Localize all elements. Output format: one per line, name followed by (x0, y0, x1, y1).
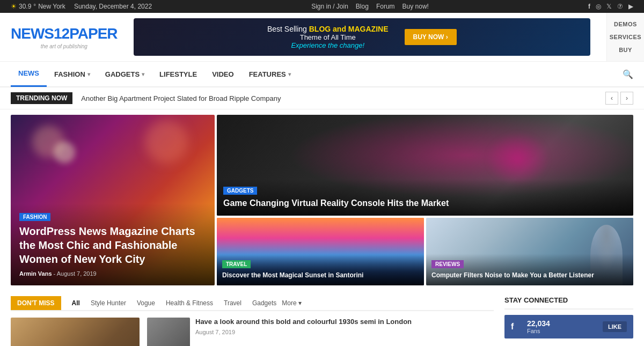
nav-gadgets-label: GADGETS (105, 70, 140, 78)
computer-title: Computer Filters Noise to Make You a Bet… (431, 271, 628, 280)
logo-news: NEWS (11, 25, 54, 42)
nav-features-label: FEATURES (249, 70, 286, 78)
buy-menu-item[interactable]: BUY (619, 47, 632, 53)
nav-video-label: VIDEO (212, 70, 233, 78)
instagram-top-icon[interactable]: ◎ (596, 3, 601, 10)
nav-fashion-arrow: ▾ (87, 71, 90, 77)
temp-unit: ° (33, 3, 36, 10)
main-content-grid: FASHION WordPress News Magazine Charts t… (0, 109, 644, 291)
santorini-title: Discover the Most Magical Sunset in Sant… (222, 271, 419, 280)
vr-card[interactable]: GADGETS Game Changing Virtual Reality Co… (217, 115, 633, 216)
computer-card[interactable]: REVIEWS Computer Filters Noise to Make Y… (426, 218, 633, 285)
nav-news[interactable]: NEWS (11, 61, 47, 87)
trending-next-button[interactable]: › (620, 92, 633, 105)
vr-title: Game Changing Virtual Reality Console Hi… (223, 198, 627, 209)
featured-date: August 7, 2019 (57, 270, 97, 277)
facebook-label: Fans (527, 328, 597, 334)
twitter-top-icon[interactable]: 𝕏 (606, 3, 612, 10)
tab-all[interactable]: All (67, 296, 85, 310)
city: New York (38, 3, 65, 10)
weather-widget: ☀ 30.9 ° New York (11, 3, 65, 10)
dm-meta-london: August 7, 2019 (195, 329, 412, 335)
services-menu-item[interactable]: SERVICES (610, 34, 641, 40)
dont-miss-grid: Have a look around this bold and colourf… (11, 318, 494, 346)
featured-author: Armin Vans (19, 270, 52, 277)
dm-article-london[interactable]: Have a look around this bold and colourf… (147, 318, 412, 346)
logo-paper: PAPER (69, 25, 117, 42)
featured-category: FASHION (19, 213, 50, 221)
tab-vogue[interactable]: Vogue (131, 296, 160, 310)
ad-buy-button[interactable]: BUY NOW › (405, 29, 457, 45)
tab-gadgets[interactable]: Gadgets (247, 296, 282, 310)
search-button[interactable]: 🔍 (623, 69, 633, 79)
facebook-icon: f (511, 322, 522, 332)
dm-thumb-london (147, 318, 190, 346)
facebook-info: 22,034 Fans (527, 319, 597, 334)
buynow-link[interactable]: Buy now! (402, 3, 429, 10)
computer-overlay: REVIEWS Computer Filters Noise to Make Y… (426, 254, 633, 285)
ad-banner[interactable]: Best Selling BLOG and MAGAZINE Theme of … (134, 18, 590, 56)
chevron-down-icon: ▾ (298, 299, 302, 307)
tab-health-fitness[interactable]: Health & Fitness (160, 296, 218, 310)
dont-miss-label: DON'T MISS (11, 296, 61, 310)
santorini-card[interactable]: TRAVEL Discover the Most Magical Sunset … (217, 218, 424, 285)
side-menu: DEMOS SERVICES BUY (606, 13, 644, 61)
blog-link[interactable]: Blog (356, 3, 369, 10)
featured-large-card[interactable]: FASHION WordPress News Magazine Charts t… (11, 115, 215, 285)
stay-connected-section: STAY CONNECTED f 22,034 Fans LIKE t 5,41… (504, 296, 633, 346)
santorini-overlay: TRAVEL Discover the Most Magical Sunset … (217, 254, 424, 285)
social-icons-top: f ◎ 𝕏 ⑦ ▶ (588, 3, 633, 10)
signin-link[interactable]: Sign in / Join (311, 3, 348, 10)
featured-title: WordPress News Magazine Charts the Most … (19, 224, 206, 266)
ad-line3: Experience the change! (267, 41, 389, 49)
tab-style-hunter[interactable]: Style Hunter (85, 296, 131, 310)
computer-category: REVIEWS (431, 260, 464, 268)
forum-link[interactable]: Forum (376, 3, 395, 10)
nav-fashion[interactable]: FASHION ▾ (47, 61, 98, 87)
facebook-count: 22,034 (527, 319, 597, 328)
dm-large-image[interactable] (11, 318, 140, 346)
top-bar-left: ☀ 30.9 ° New York Sunday, December 4, 20… (11, 3, 152, 10)
trending-text: Another Big Apartment Project Slated for… (81, 94, 597, 102)
vimeo-top-icon[interactable]: ⑦ (617, 3, 623, 10)
demos-menu-item[interactable]: DEMOS (614, 21, 637, 27)
logo-tagline: the art of publishing (11, 43, 118, 49)
trending-nav: ‹ › (605, 92, 633, 105)
ad-line1: Best Selling BLOG and MAGAZINE (267, 25, 389, 33)
vr-overlay: GADGETS Game Changing Virtual Reality Co… (217, 179, 633, 216)
tab-more-label: More (282, 299, 296, 307)
facebook-top-icon[interactable]: f (588, 3, 590, 10)
date: Sunday, December 4, 2022 (74, 3, 152, 10)
nav-gadgets[interactable]: GADGETS ▾ (98, 61, 152, 87)
stay-connected-title: STAY CONNECTED (504, 296, 633, 310)
santorini-category: TRAVEL (222, 260, 251, 268)
nav-features[interactable]: FEATURES ▾ (241, 61, 298, 87)
section-tabs: DON'T MISS All Style Hunter Vogue Health… (11, 296, 494, 311)
nav-features-arrow: ▾ (288, 71, 291, 77)
logo-area[interactable]: NEWS12PAPER the art of publishing (11, 25, 118, 49)
right-grid: GADGETS Game Changing Virtual Reality Co… (217, 115, 633, 285)
nav-video[interactable]: VIDEO (204, 61, 241, 87)
trending-label: TRENDING NOW (11, 92, 72, 104)
logo-number: 12 (54, 25, 69, 42)
bottom-section: DON'T MISS All Style Hunter Vogue Health… (0, 291, 644, 346)
nav-lifestyle[interactable]: LIFESTYLE (152, 61, 204, 87)
dm-text-london: Have a look around this bold and colourf… (195, 318, 412, 335)
dm-title-london: Have a look around this bold and colourf… (195, 318, 412, 327)
main-nav: NEWS FASHION ▾ GADGETS ▾ LIFESTYLE VIDEO… (0, 62, 644, 87)
tab-more[interactable]: More ▾ (282, 299, 301, 307)
logo-text: NEWS12PAPER (11, 25, 118, 42)
youtube-top-icon[interactable]: ▶ (628, 3, 633, 10)
facebook-like-button[interactable]: LIKE (603, 321, 627, 332)
ad-content: Best Selling BLOG and MAGAZINE Theme of … (267, 25, 389, 49)
trending-prev-button[interactable]: ‹ (605, 92, 618, 105)
featured-meta: Armin Vans - August 7, 2019 (19, 270, 206, 277)
trending-bar: TRENDING NOW Another Big Apartment Proje… (0, 87, 644, 109)
facebook-row[interactable]: f 22,034 Fans LIKE (504, 315, 633, 338)
vr-category: GADGETS (223, 187, 257, 195)
nav-lifestyle-label: LIFESTYLE (159, 70, 197, 78)
weather-icon: ☀ (11, 3, 17, 10)
tab-travel[interactable]: Travel (218, 296, 247, 310)
ad-line2: Theme of All Time (267, 33, 389, 41)
bottom-cards: TRAVEL Discover the Most Magical Sunset … (217, 218, 633, 285)
